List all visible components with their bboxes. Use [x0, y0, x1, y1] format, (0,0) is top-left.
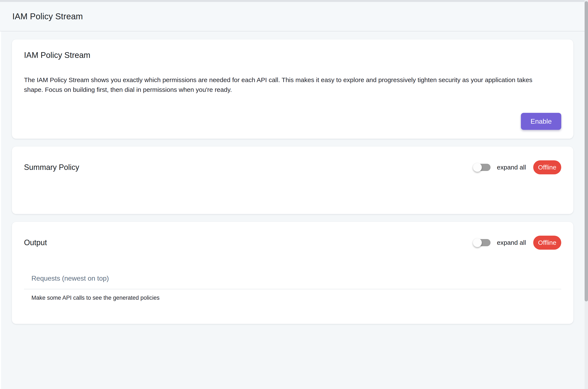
requests-empty-message: Make some API calls to see the generated…: [24, 289, 561, 302]
output-controls: expand all Offline: [474, 236, 561, 250]
output-expand-all-toggle[interactable]: [474, 239, 490, 246]
toggle-knob: [473, 238, 482, 247]
summary-policy-header-row: Summary Policy expand all Offline: [24, 159, 561, 176]
summary-policy-card: Summary Policy expand all Offline: [12, 147, 573, 214]
summary-expand-all-toggle[interactable]: [474, 164, 490, 171]
window-top-edge: [0, 0, 588, 2]
summary-expand-all-label: expand all: [497, 164, 526, 171]
toggle-knob: [473, 163, 482, 172]
intro-card-actions: Enable: [24, 113, 561, 130]
scrollbar-track[interactable]: [585, 0, 588, 389]
intro-card: IAM Policy Stream The IAM Policy Stream …: [12, 39, 573, 139]
summary-policy-controls: expand all Offline: [474, 160, 561, 174]
output-title: Output: [24, 238, 474, 247]
scrollbar-thumb[interactable]: [585, 1, 588, 301]
summary-policy-title: Summary Policy: [24, 163, 474, 172]
intro-card-description: The IAM Policy Stream shows you exactly …: [24, 75, 561, 95]
main-content: IAM Policy Stream The IAM Policy Stream …: [0, 32, 585, 332]
output-expand-all-label: expand all: [497, 239, 526, 246]
intro-card-title: IAM Policy Stream: [24, 50, 561, 60]
summary-status-badge: Offline: [533, 160, 561, 174]
output-status-badge: Offline: [533, 236, 561, 250]
requests-heading: Requests (newest on top): [24, 274, 561, 289]
output-card: Output expand all Offline Requests (newe…: [12, 222, 573, 324]
enable-button[interactable]: Enable: [521, 113, 561, 130]
output-header-row: Output expand all Offline: [24, 234, 561, 251]
requests-section: Requests (newest on top) Make some API c…: [24, 274, 561, 302]
page-header: IAM Policy Stream: [0, 2, 588, 32]
page-title: IAM Policy Stream: [12, 12, 83, 21]
